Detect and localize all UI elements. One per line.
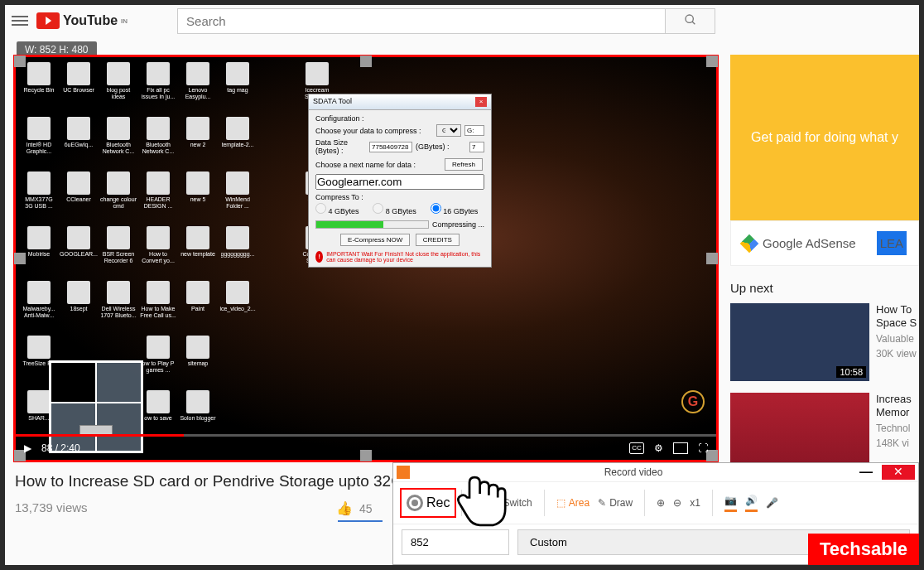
- desktop-icon[interactable]: How to Convert yo...: [140, 226, 176, 278]
- desktop-icon[interactable]: CCleaner: [60, 171, 97, 223]
- webcam-button[interactable]: 📷: [724, 495, 737, 512]
- desktop-icon[interactable]: new template: [180, 226, 216, 278]
- credits-button[interactable]: CREDITS: [416, 234, 460, 246]
- gear-icon[interactable]: ⚙: [654, 442, 663, 454]
- switch-button[interactable]: ☟Switch: [493, 497, 532, 509]
- desktop-icon[interactable]: Malwareby... Anti-Malw...: [21, 281, 57, 332]
- drive-select[interactable]: G:\: [436, 124, 461, 137]
- desktop-icon[interactable]: WinMend Folder ...: [219, 171, 256, 223]
- video-area[interactable]: Recycle BinUC Browserblog post ideasFix …: [13, 55, 719, 462]
- progress-bar[interactable]: [16, 434, 716, 437]
- desktop-icon[interactable]: Fix all pc issues in ju...: [140, 62, 176, 114]
- related-views: 30K view: [876, 348, 919, 360]
- thumbup-icon[interactable]: 👍: [336, 500, 353, 516]
- like-count: 45: [359, 502, 373, 515]
- desktop-icon[interactable]: Mobirise: [21, 226, 57, 278]
- related-video[interactable]: 10:58 How To Space S Valuable 30K view: [730, 303, 919, 381]
- cc-icon[interactable]: CC: [629, 442, 644, 454]
- desktop-icon[interactable]: new 5: [180, 171, 216, 223]
- desktop-icon[interactable]: [259, 62, 296, 114]
- gbytes-input[interactable]: [469, 142, 484, 152]
- minimize-button[interactable]: —: [857, 465, 875, 480]
- zoomin-button[interactable]: ⊕: [657, 497, 665, 509]
- desktop-icon[interactable]: [259, 336, 296, 387]
- adsense-bar[interactable]: Google AdSense LEA: [730, 220, 919, 266]
- desktop-icon[interactable]: Recycle Bin: [21, 62, 57, 114]
- resize-handle[interactable]: [706, 253, 718, 264]
- desktop-icon[interactable]: How to Make Free Call us...: [140, 281, 176, 332]
- desktop-icon[interactable]: Bluetooth Network C...: [100, 117, 137, 168]
- menu-icon[interactable]: [12, 16, 28, 26]
- compressing-label: Compressing ...: [432, 220, 484, 229]
- resize-handle[interactable]: [706, 56, 718, 67]
- desktop-icon[interactable]: sitemap: [180, 336, 216, 387]
- youtube-logo[interactable]: YouTube IN: [36, 12, 128, 29]
- desktop-icon[interactable]: [259, 171, 296, 223]
- video-views: 13,739 views: [15, 500, 88, 514]
- desktop-icon[interactable]: [299, 281, 335, 332]
- ecompress-button[interactable]: E-Compress NOW: [340, 234, 410, 246]
- desktop-icon[interactable]: UC Browser: [60, 62, 97, 114]
- rec-button[interactable]: Rec: [400, 488, 456, 518]
- close-icon[interactable]: ×: [475, 97, 487, 107]
- theater-icon[interactable]: [673, 442, 688, 454]
- desktop-icon[interactable]: GOOGLEAR...: [60, 226, 97, 278]
- desktop-icon[interactable]: HEADER DESIGN ...: [140, 171, 176, 223]
- related-video[interactable]: Increas Memor Technol 148K vi: [730, 393, 919, 471]
- desktop-icon[interactable]: ice_video_2...: [219, 281, 256, 332]
- desktop-icon[interactable]: [299, 336, 335, 387]
- g-badge-icon: G: [681, 390, 705, 413]
- opt-4[interactable]: 4 GBytes: [315, 203, 369, 215]
- resize-handle[interactable]: [360, 56, 372, 67]
- desktop-icon[interactable]: [219, 336, 256, 387]
- desktop-icon[interactable]: tag mag: [219, 62, 256, 114]
- width-input[interactable]: [402, 529, 509, 555]
- name-input[interactable]: [315, 174, 484, 190]
- desktop-icon[interactable]: Dell Wireless 1707 Blueto...: [100, 281, 137, 332]
- data-size-input[interactable]: [369, 142, 412, 152]
- zoomout-button[interactable]: ⊖: [673, 497, 681, 509]
- desktop-icon[interactable]: MMX377G 3G USB ...: [21, 171, 57, 223]
- desktop-icon[interactable]: new 2: [180, 117, 216, 168]
- desktop-icon[interactable]: blog post ideas: [100, 62, 137, 114]
- play-icon[interactable]: ▶: [24, 442, 31, 454]
- desktop-icon[interactable]: BSR Screen Recorder 6: [100, 226, 137, 278]
- desktop-icon[interactable]: Paint: [180, 281, 216, 332]
- refresh-button[interactable]: Refresh: [445, 158, 483, 171]
- opt-8[interactable]: 8 GBytes: [373, 203, 426, 215]
- draw-button[interactable]: ✎Draw: [598, 497, 633, 509]
- desktop-icon[interactable]: [259, 226, 296, 278]
- related-title: How To Space S: [876, 303, 919, 330]
- related-channel: Valuable: [876, 333, 919, 345]
- desktop-icon[interactable]: [259, 117, 296, 168]
- search-button[interactable]: [666, 8, 715, 34]
- webcam-icon: 📷: [724, 495, 737, 506]
- learn-button[interactable]: LEA: [877, 231, 907, 255]
- close-button[interactable]: ✕: [882, 465, 915, 480]
- desktop-icon[interactable]: 18sept: [60, 281, 97, 332]
- desktop-icon[interactable]: [259, 281, 296, 332]
- speaker-button[interactable]: 🔊: [745, 495, 758, 512]
- desktop-icon[interactable]: change colour cmd: [100, 171, 137, 223]
- desktop-icon[interactable]: ow to Play P games ...: [140, 336, 176, 387]
- mic-button[interactable]: 🎤: [766, 497, 778, 509]
- desktop-icon[interactable]: Intel® HD Graphic...: [21, 117, 57, 168]
- search-input[interactable]: [177, 8, 666, 34]
- ad-banner[interactable]: Get paid for doing what y: [730, 55, 919, 220]
- desktop-icon[interactable]: Lenovo Easyplu...: [180, 62, 216, 114]
- timer-button[interactable]: [474, 497, 485, 509]
- next-name-label: Choose a next name for data :: [315, 161, 440, 169]
- choose-data-label: Choose your data to compress :: [315, 127, 433, 135]
- fullscreen-icon[interactable]: ⛶: [698, 442, 708, 454]
- desktop-icon[interactable]: template-2...: [219, 117, 256, 168]
- thumbnail[interactable]: [730, 393, 869, 471]
- desktop-icon[interactable]: ggggggggg...: [219, 226, 256, 278]
- video-controls[interactable]: ▶ 88 / 2:40 CC ⚙ ⛶: [16, 437, 716, 460]
- drive-input[interactable]: [464, 125, 484, 136]
- desktop-icon[interactable]: 6uEGwIq...: [60, 117, 97, 168]
- opt-16[interactable]: 16 GBytes: [431, 203, 484, 215]
- sdata-window[interactable]: SDATA Tool × Configuration : Choose your…: [308, 94, 492, 268]
- thumbnail[interactable]: 10:58: [730, 303, 869, 381]
- desktop-icon[interactable]: Bluetooth Network C...: [140, 117, 176, 168]
- area-button[interactable]: ⬚Area: [556, 497, 590, 509]
